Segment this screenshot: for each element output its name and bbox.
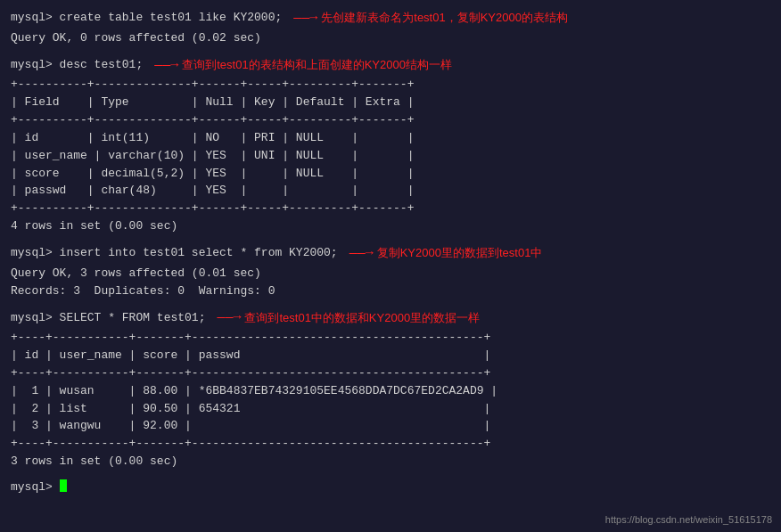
- arrow-icon-2: ——→: [146, 56, 178, 76]
- desc-row-passwd: | passwd | char(48) | YES | | | |: [11, 183, 770, 200]
- desc-annotation: 查询到test01的表结构和上面创建的KY2000结构一样: [182, 57, 452, 74]
- create-table-row: mysql> create table test01 like KY2000; …: [11, 9, 770, 29]
- select-row-3: | 3 | wangwu | 92.00 | |: [11, 418, 770, 435]
- select-header: | id | user_name | score | passwd |: [11, 348, 770, 364]
- insert-result2: Records: 3 Duplicates: 0 Warnings: 0: [11, 283, 770, 300]
- select-row-1: | 1 | wusan | 88.00 | *6BB4837EB74329105…: [11, 383, 770, 400]
- block-create-table: mysql> create table test01 like KY2000; …: [11, 9, 770, 47]
- terminal-window: mysql> create table test01 like KY2000; …: [0, 0, 781, 532]
- desc-footer: 4 rows in set (0.00 sec): [11, 218, 770, 235]
- desc-prompt-row: mysql> desc test01; ——→ 查询到test01的表结构和上面…: [11, 56, 770, 76]
- select-border-top: +----+-----------+-------+--------------…: [11, 330, 770, 347]
- desc-header: | Field | Type | Null | Key | Default | …: [11, 94, 770, 111]
- select-footer: 3 rows in set (0.00 sec): [11, 454, 770, 471]
- select-prompt-row: mysql> SELECT * FROM test01; ——→ 查询到test…: [11, 308, 770, 328]
- desc-row-score: | score | decimal(5,2) | YES | | NULL | …: [11, 166, 770, 183]
- create-table-annotation: 先创建新表命名为test01，复制KY2000的表结构: [321, 10, 568, 27]
- desc-border-top: +----------+--------------+------+-----+…: [11, 77, 770, 94]
- create-table-prompt: mysql> create table test01 like KY2000;: [11, 10, 282, 27]
- select-annotation: 查询到test01中的数据和KY2000里的数据一样: [244, 310, 480, 327]
- select-prompt: mysql> SELECT * FROM test01;: [11, 310, 205, 327]
- insert-prompt-row: mysql> insert into test01 select * from …: [11, 244, 770, 264]
- insert-result1: Query OK, 3 rows affected (0.01 sec): [11, 266, 770, 282]
- block-insert: mysql> insert into test01 select * from …: [11, 244, 770, 299]
- select-row-2: | 2 | list | 90.50 | 654321 |: [11, 401, 770, 418]
- insert-prompt: mysql> insert into test01 select * from …: [11, 245, 338, 262]
- watermark: https://blog.csdn.net/weixin_51615178: [605, 514, 772, 525]
- desc-border-bot: +----------+--------------+------+-----+…: [11, 201, 770, 217]
- desc-row-id: | id | int(11) | NO | PRI | NULL | |: [11, 130, 770, 147]
- arrow-icon-4: ——→: [209, 308, 241, 328]
- select-border-bot: +----+-----------+-------+--------------…: [11, 436, 770, 453]
- arrow-icon-1: ——→: [285, 9, 317, 29]
- select-border-mid: +----+-----------+-------+--------------…: [11, 365, 770, 382]
- desc-prompt: mysql> desc test01;: [11, 57, 143, 74]
- block-select: mysql> SELECT * FROM test01; ——→ 查询到test…: [11, 308, 770, 471]
- block-desc: mysql> desc test01; ——→ 查询到test01的表结构和上面…: [11, 56, 770, 235]
- desc-row-username: | user_name | varchar(10) | YES | UNI | …: [11, 148, 770, 165]
- cursor-block: [60, 479, 67, 492]
- desc-border-mid: +----------+--------------+------+-----+…: [11, 112, 770, 129]
- insert-annotation: 复制KY2000里的数据到test01中: [377, 245, 543, 262]
- cursor-line: mysql>: [11, 479, 770, 496]
- arrow-icon-3: ——→: [341, 244, 374, 264]
- create-table-result: Query OK, 0 rows affected (0.02 sec): [11, 30, 770, 47]
